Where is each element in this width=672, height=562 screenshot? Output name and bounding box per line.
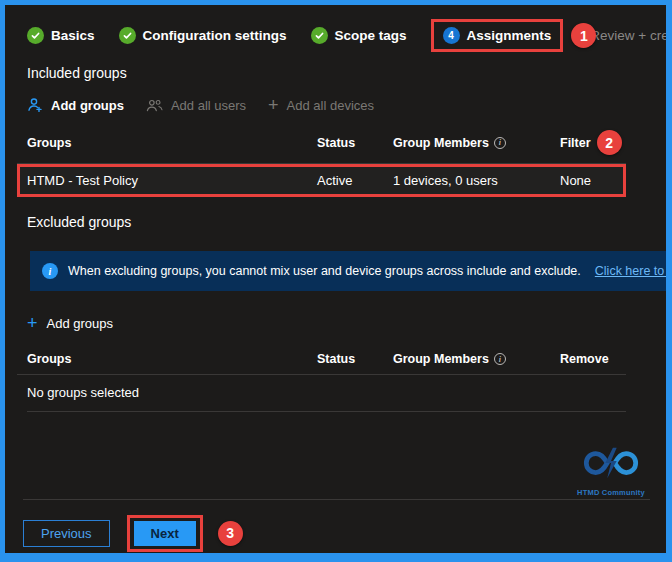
- step-label: Scope tags: [335, 28, 407, 43]
- excluded-table-header: Groups Status Group Members i Remove: [17, 346, 626, 375]
- tab-configuration-settings[interactable]: Configuration settings: [119, 27, 287, 44]
- person-add-icon: [27, 97, 43, 113]
- column-header-group-members: Group Members: [393, 352, 489, 366]
- htmd-logo-icon: [580, 444, 642, 482]
- excluded-groups-title: Excluded groups: [27, 214, 666, 230]
- excluded-add-groups-button[interactable]: + Add groups: [27, 314, 666, 332]
- included-groups-title: Included groups: [27, 65, 666, 81]
- previous-button[interactable]: Previous: [23, 520, 110, 547]
- watermark-label: HTMD Community: [572, 488, 650, 497]
- included-groups-table: Groups Status Group Members i Filter 2 H…: [27, 114, 626, 197]
- status-cell: Active: [317, 173, 393, 188]
- step-label: Assignments: [467, 28, 552, 43]
- plus-icon: +: [27, 314, 38, 332]
- wizard-window: Basics Configuration settings Scope tags…: [0, 0, 672, 562]
- add-all-users-button[interactable]: Add all users: [146, 98, 246, 113]
- step-complete-icon: [311, 27, 328, 44]
- step-complete-icon: [27, 27, 44, 44]
- add-all-devices-label: Add all devices: [287, 98, 374, 113]
- step-label: Basics: [51, 28, 95, 43]
- add-all-users-label: Add all users: [171, 98, 246, 113]
- column-header-groups: Groups: [27, 136, 317, 150]
- content-spacer: HTMD Community: [27, 412, 666, 499]
- learn-more-link[interactable]: Click here to learn more about: [595, 264, 666, 278]
- column-header-filter: Filter: [560, 136, 591, 150]
- annotation-badge-2: 2: [597, 130, 622, 155]
- add-groups-button[interactable]: Add groups: [27, 97, 124, 113]
- info-icon[interactable]: i: [494, 353, 506, 365]
- tab-scope-tags[interactable]: Scope tags: [311, 27, 407, 44]
- info-icon: i: [42, 263, 58, 279]
- group-members-cell: 1 devices, 0 users: [393, 173, 560, 188]
- column-header-remove: Remove: [560, 352, 626, 366]
- tab-basics[interactable]: Basics: [27, 27, 95, 44]
- tab-review-create[interactable]: Review + create: [590, 28, 672, 43]
- included-toolbar: Add groups Add all users + Add all devic…: [27, 96, 666, 114]
- add-groups-label: Add groups: [51, 98, 124, 113]
- step-label: Review + create: [590, 28, 672, 43]
- next-button[interactable]: Next: [134, 521, 196, 546]
- banner-message: When excluding groups, you cannot mix us…: [68, 264, 581, 278]
- column-header-status: Status: [317, 352, 393, 366]
- htmd-watermark: HTMD Community: [572, 444, 650, 497]
- step-complete-icon: [119, 27, 136, 44]
- column-header-status: Status: [317, 136, 393, 150]
- annotation-badge-1: 1: [571, 23, 596, 48]
- filter-cell: None: [560, 173, 623, 188]
- plus-icon: +: [268, 96, 279, 114]
- wizard-steps: Basics Configuration settings Scope tags…: [27, 19, 666, 52]
- wizard-content: Basics Configuration settings Scope tags…: [5, 5, 666, 553]
- tab-assignments[interactable]: 4 Assignments: [443, 27, 552, 44]
- info-banner: i When excluding groups, you cannot mix …: [30, 251, 666, 291]
- annotation-box-assignments: 4 Assignments: [431, 19, 564, 52]
- step-label: Configuration settings: [143, 28, 287, 43]
- add-all-devices-button[interactable]: + Add all devices: [268, 96, 374, 114]
- annotation-box-next: Next: [127, 515, 203, 552]
- excluded-add-groups-label: Add groups: [47, 316, 114, 331]
- group-name-cell[interactable]: HTMD - Test Policy: [27, 173, 317, 188]
- people-icon: [146, 98, 163, 113]
- step-number-badge: 4: [443, 27, 460, 44]
- table-row[interactable]: HTMD - Test Policy Active 1 devices, 0 u…: [17, 164, 626, 197]
- included-table-header: Groups Status Group Members i Filter 2: [17, 124, 626, 164]
- annotation-badge-3: 3: [218, 521, 243, 546]
- info-icon[interactable]: i: [494, 137, 506, 149]
- excluded-groups-table: Groups Status Group Members i Remove No …: [27, 332, 626, 412]
- wizard-footer: Previous Next 3: [23, 499, 650, 553]
- empty-state-text: No groups selected: [27, 375, 626, 412]
- column-header-group-members: Group Members: [393, 136, 489, 150]
- column-header-groups: Groups: [27, 352, 317, 366]
